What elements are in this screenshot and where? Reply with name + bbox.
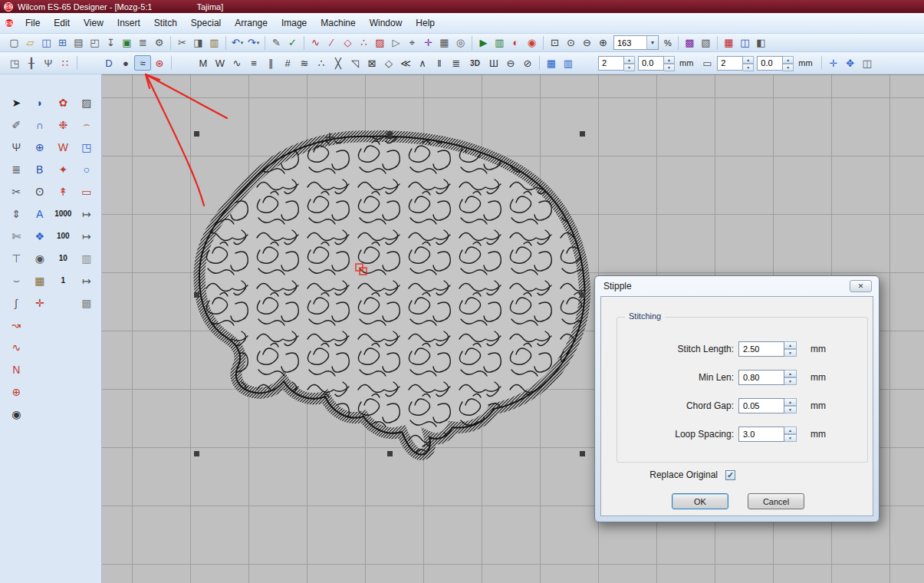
flag-tool[interactable]: ◳ xyxy=(75,139,99,155)
grid-blue-icon[interactable]: ▦ xyxy=(543,55,560,71)
pattern-stamp-tool[interactable]: ▩ xyxy=(75,295,99,311)
zoom-1to1-icon[interactable]: ⊙ xyxy=(563,35,579,51)
chevron-fill-icon[interactable]: ≪ xyxy=(397,55,414,71)
cancel-button[interactable]: Cancel xyxy=(748,493,804,509)
save-all-icon[interactable]: ⊞ xyxy=(54,35,71,51)
copy-icon[interactable]: ◨ xyxy=(190,35,206,51)
menu-stitch[interactable]: Stitch xyxy=(147,15,184,31)
motif-fill-icon[interactable]: ▨ xyxy=(372,35,388,51)
stipple-dialog-titlebar[interactable]: Stipple xyxy=(595,276,879,296)
design-canvas[interactable]: Stipple ✕ Stitching Stitch Length:▲▼mmMi… xyxy=(102,74,924,583)
lift-stitch-tool[interactable]: ↟ xyxy=(51,183,75,199)
select-tool[interactable]: ➤ xyxy=(5,94,28,110)
satin-stitch-icon[interactable]: ◇ xyxy=(340,35,356,51)
selection-handle[interactable] xyxy=(194,131,199,137)
cross-stitch-tool[interactable]: ✛ xyxy=(28,295,52,311)
insert-image-icon[interactable]: ▣ xyxy=(119,35,135,51)
loop-spacing-spin-up[interactable]: ▲ xyxy=(784,427,797,434)
menu-file[interactable]: File xyxy=(18,15,47,31)
lettering-tool[interactable]: A xyxy=(28,206,52,222)
chord-gap-spin-down[interactable]: ▼ xyxy=(784,406,797,413)
branch-icon[interactable]: Ψ xyxy=(40,55,57,71)
crosshatch-fill-icon[interactable]: ╳ xyxy=(330,55,347,71)
align-tool[interactable]: ⊤ xyxy=(5,250,28,266)
hoop-icon[interactable]: ◎ xyxy=(452,35,469,51)
column-fill-icon[interactable]: ∥ xyxy=(262,55,279,71)
grid-fill-icon[interactable]: # xyxy=(279,55,296,71)
apply-100-icon[interactable]: ↦ xyxy=(75,228,99,244)
tatami-fill-icon[interactable]: ≡ xyxy=(245,55,262,71)
menu-special[interactable]: Special xyxy=(184,15,228,31)
stitch-list-icon[interactable]: ▦ xyxy=(436,35,452,51)
move-design-icon[interactable]: ✛ xyxy=(825,55,842,71)
ellipse-tool[interactable]: ○ xyxy=(75,161,99,177)
run-stitch-icon[interactable]: ∕ xyxy=(324,35,340,51)
arc-tool[interactable]: ⌢ xyxy=(75,117,99,133)
color-wheel-icon[interactable]: ◉ xyxy=(524,35,540,51)
three-d-icon[interactable]: 3D xyxy=(465,55,485,71)
guide-offset-input-up[interactable]: ▲ xyxy=(783,56,794,64)
send-to-machine-icon[interactable]: ◫ xyxy=(737,35,753,51)
dot-fill-icon[interactable]: ∴ xyxy=(313,55,330,71)
stitch-length-input[interactable] xyxy=(738,341,784,357)
menu-machine[interactable]: Machine xyxy=(314,15,362,31)
drop-shadow-icon[interactable]: D xyxy=(100,55,117,71)
film-tool[interactable]: ▥ xyxy=(75,250,99,266)
knife-tool[interactable]: ✂ xyxy=(5,183,28,199)
diamond-fill-icon[interactable]: ◇ xyxy=(380,55,397,71)
double-run-tool[interactable]: W xyxy=(51,139,75,155)
circle-digitize-tool[interactable]: ⊕ xyxy=(28,139,52,155)
guide-spacing-input-up[interactable]: ▲ xyxy=(743,56,754,64)
new-design-icon[interactable]: ▢ xyxy=(6,35,22,51)
select-frame-icon[interactable]: ◳ xyxy=(6,55,23,71)
dome-tool[interactable]: ∩ xyxy=(28,117,52,133)
rectangle-tool[interactable]: ▭ xyxy=(75,183,99,199)
zoom-level-combo[interactable]: ▾ xyxy=(613,35,659,50)
satin-raised-icon[interactable]: W xyxy=(212,55,229,71)
selection-handle[interactable] xyxy=(580,451,585,456)
eyelet-tool[interactable]: ◉ xyxy=(28,250,52,266)
zoom-in-icon[interactable]: ⊕ xyxy=(595,35,611,51)
zoom-dropdown-button[interactable]: ▾ xyxy=(646,36,658,49)
grid-offset-input-up[interactable]: ▲ xyxy=(664,56,675,64)
print-icon[interactable]: ▤ xyxy=(71,35,87,51)
block-digitize-tool[interactable]: B xyxy=(28,161,52,177)
queue-icon[interactable]: ◧ xyxy=(753,35,769,51)
s-curve-tool[interactable]: ∫ xyxy=(5,295,28,311)
grid-ruler-icon[interactable]: ▥ xyxy=(560,55,577,71)
stitch-preset-1000[interactable]: 1000 xyxy=(51,206,75,222)
stitch-preset-100[interactable]: 100 xyxy=(51,228,75,244)
guide-offset-input-down[interactable]: ▼ xyxy=(783,64,794,71)
menu-insert[interactable]: Insert xyxy=(110,15,147,31)
freehand-tool[interactable]: ✐ xyxy=(5,117,28,133)
zigzag-stitch-icon[interactable]: ∿ xyxy=(307,35,324,51)
stitch-preset-10[interactable]: 10 xyxy=(51,250,75,266)
fan-stitch-tool[interactable]: ⌣ xyxy=(5,272,28,288)
apply-1-icon[interactable]: ↦ xyxy=(75,272,99,288)
chord-gap-input[interactable] xyxy=(738,398,784,413)
stitch-player-icon[interactable]: ▶ xyxy=(475,35,492,51)
motif-run-tool[interactable]: ❉ xyxy=(51,117,75,133)
guide-spacing-input-down[interactable]: ▼ xyxy=(743,64,754,71)
applique-tool[interactable]: ❖ xyxy=(28,228,52,244)
fan-fill-icon[interactable]: ◹ xyxy=(347,55,363,71)
zoom-out-icon[interactable]: ⊖ xyxy=(579,35,595,51)
hoop-layout-icon[interactable]: ▦ xyxy=(721,35,737,51)
digitize-icon[interactable]: ✎ xyxy=(268,35,284,51)
ruler-icon[interactable]: ▭ xyxy=(699,55,715,71)
replace-original-checkbox[interactable]: ✓ xyxy=(725,470,735,480)
zoom-box-icon[interactable]: ⊡ xyxy=(547,35,563,51)
chart-icon[interactable]: ▥ xyxy=(492,35,508,51)
n-stitch-tool[interactable]: N xyxy=(5,361,28,377)
selection-handle[interactable] xyxy=(580,292,585,298)
penetration-icon[interactable]: ⌖ xyxy=(404,35,420,51)
stitch-preset-1[interactable]: 1 xyxy=(51,272,75,288)
stitch-edit-tool[interactable]: ≣ xyxy=(5,161,28,177)
texture-tool[interactable]: ▦ xyxy=(28,272,52,288)
menu-window[interactable]: Window xyxy=(363,15,409,31)
guide-offset-input[interactable] xyxy=(757,56,783,71)
branching-tool[interactable]: Ψ xyxy=(5,139,28,155)
stitch-length-spin-down[interactable]: ▼ xyxy=(784,349,797,357)
selection-handle[interactable] xyxy=(194,292,199,298)
selection-handle[interactable] xyxy=(194,451,199,456)
